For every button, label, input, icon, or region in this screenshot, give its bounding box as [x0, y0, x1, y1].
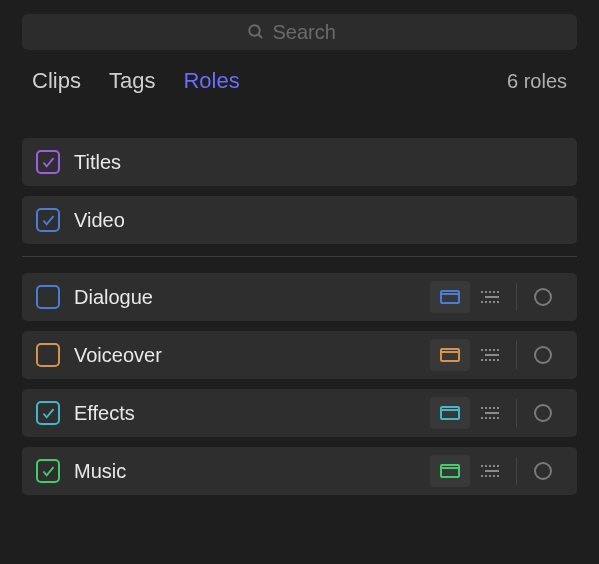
separator [516, 457, 517, 485]
check-icon [41, 464, 56, 479]
checkbox-voiceover[interactable] [36, 343, 60, 367]
tab-clips[interactable]: Clips [32, 68, 81, 94]
role-row-music[interactable]: Music [22, 447, 577, 495]
list-view-icon[interactable] [470, 339, 510, 371]
clip-view-icon[interactable] [430, 339, 470, 371]
role-row-effects[interactable]: Effects [22, 389, 577, 437]
divider [22, 256, 577, 257]
search-input[interactable] [273, 21, 353, 44]
search-bar[interactable] [22, 14, 577, 50]
list-view-icon[interactable] [470, 397, 510, 429]
separator [516, 399, 517, 427]
separator [516, 283, 517, 311]
role-row-titles[interactable]: Titles [22, 138, 577, 186]
row-actions [430, 339, 563, 371]
row-actions [430, 281, 563, 313]
role-label: Effects [74, 402, 416, 425]
row-actions [430, 455, 563, 487]
checkbox-effects[interactable] [36, 401, 60, 425]
separator [516, 341, 517, 369]
row-actions [430, 397, 563, 429]
solo-icon[interactable] [523, 339, 563, 371]
tabs: Clips Tags Roles 6 roles [0, 60, 599, 110]
search-icon [247, 23, 265, 41]
clip-view-icon[interactable] [430, 281, 470, 313]
clip-view-icon[interactable] [430, 397, 470, 429]
role-row-dialogue[interactable]: Dialogue [22, 273, 577, 321]
checkbox-dialogue[interactable] [36, 285, 60, 309]
svg-line-1 [258, 34, 262, 38]
clip-view-icon[interactable] [430, 455, 470, 487]
role-label: Dialogue [74, 286, 416, 309]
role-label: Voiceover [74, 344, 416, 367]
check-icon [41, 213, 56, 228]
check-icon [41, 406, 56, 421]
role-row-voiceover[interactable]: Voiceover [22, 331, 577, 379]
role-label: Video [74, 209, 563, 232]
solo-icon[interactable] [523, 281, 563, 313]
solo-icon[interactable] [523, 397, 563, 429]
list-view-icon[interactable] [470, 281, 510, 313]
solo-icon[interactable] [523, 455, 563, 487]
check-icon [41, 155, 56, 170]
checkbox-titles[interactable] [36, 150, 60, 174]
role-row-video[interactable]: Video [22, 196, 577, 244]
checkbox-video[interactable] [36, 208, 60, 232]
tab-tags[interactable]: Tags [109, 68, 155, 94]
role-label: Music [74, 460, 416, 483]
role-label: Titles [74, 151, 563, 174]
roles-list: Titles Video Dialogue Voic [0, 110, 599, 495]
svg-point-0 [249, 25, 260, 36]
list-view-icon[interactable] [470, 455, 510, 487]
roles-count: 6 roles [507, 70, 567, 93]
tab-roles[interactable]: Roles [183, 68, 239, 94]
checkbox-music[interactable] [36, 459, 60, 483]
